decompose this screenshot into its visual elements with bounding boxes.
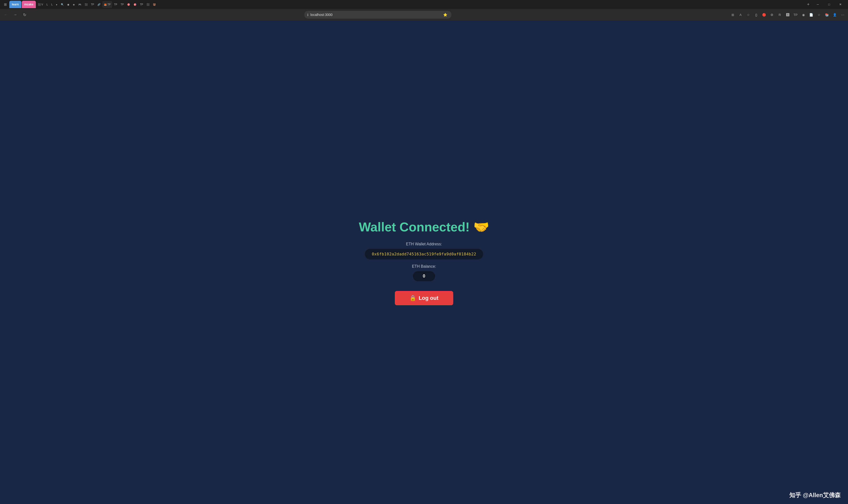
- address-bar-row: ← → ↻ ℹ localhost:3000 ⭐ ⊞ A ☆ {} 🔴 ⚙ R …: [0, 9, 848, 21]
- tab-other-18[interactable]: 🐻: [151, 1, 157, 8]
- reader-mode-icon[interactable]: 📄: [808, 11, 815, 18]
- ext-5[interactable]: ◉: [800, 11, 807, 18]
- watermark: 知乎 @Allen艾佛森: [789, 491, 841, 499]
- address-bar[interactable]: ℹ localhost:3000 ⭐: [304, 11, 451, 19]
- forward-button[interactable]: →: [11, 11, 19, 19]
- wallet-address-display: 0x6fb102a2dadd745163ac519fe9fa9d0af0184b…: [365, 249, 483, 259]
- ext-4[interactable]: 🅰: [784, 11, 791, 18]
- window-controls: ─ □ ✕: [812, 0, 846, 9]
- tab-other-15[interactable]: 🎯: [132, 1, 138, 8]
- browser-chrome: ⊞ learn mcake ⬛ V L L ▸ 🔍 ◉ ◈ 🎮 ⬛ TP 🔗 🦊…: [0, 0, 848, 21]
- logout-icon: 🔒: [410, 295, 416, 301]
- wallet-address-label: ETH Wallet Address:: [406, 242, 442, 246]
- tab-other-10[interactable]: TP: [90, 1, 96, 8]
- tab-mcake-label: mcake: [24, 3, 33, 6]
- toolbar-extensions: ⊞ A ☆ {} 🔴 ⚙ R 🅰 TP ◉ 📄 ☆ 📚 👤 ⋯: [729, 11, 846, 18]
- tab-bar: ⊞ learn mcake ⬛ V L L ▸ 🔍 ◉ ◈ 🎮 ⬛ TP 🔗 🦊…: [0, 0, 848, 9]
- split-view-icon[interactable]: ⊞: [729, 11, 736, 18]
- minimize-button[interactable]: ─: [812, 0, 824, 9]
- tab-other-9[interactable]: ⬛: [83, 1, 89, 8]
- tab-mcake[interactable]: mcake: [22, 1, 36, 8]
- tab-other-8[interactable]: 🎮: [77, 1, 83, 8]
- close-button[interactable]: ✕: [835, 0, 846, 9]
- balance-display: 0: [413, 271, 435, 281]
- browser-menu-icon[interactable]: ⊞: [2, 1, 9, 8]
- main-content: Wallet Connected! 🤝 ETH Wallet Address: …: [0, 21, 848, 504]
- tab-other-13[interactable]: TP: [119, 1, 125, 8]
- logout-label: Log out: [419, 295, 438, 301]
- tab-other-7[interactable]: ◈: [71, 1, 76, 8]
- tab-other-3[interactable]: L: [50, 1, 54, 8]
- ext-tp[interactable]: TP: [792, 11, 799, 18]
- tab-other-12[interactable]: TP: [113, 1, 119, 8]
- collections-icon[interactable]: 📚: [824, 11, 830, 18]
- watermark-text: 知乎 @Allen艾佛森: [789, 492, 841, 498]
- balance-label: ETH Balance:: [412, 264, 436, 269]
- profile-icon[interactable]: 👤: [831, 11, 838, 18]
- reload-button[interactable]: ↻: [21, 11, 29, 19]
- secure-icon: ℹ: [307, 13, 308, 17]
- tab-other-16[interactable]: TP: [138, 1, 145, 8]
- tab-other-17[interactable]: ⬛: [145, 1, 151, 8]
- tab-learn-label: learn: [12, 3, 19, 6]
- page-title: Wallet Connected! 🤝: [359, 220, 489, 235]
- bookmark-icon[interactable]: ☆: [745, 11, 752, 18]
- new-tab-button[interactable]: +: [805, 1, 812, 8]
- tab-other-4[interactable]: ▸: [55, 1, 59, 8]
- tab-other-14[interactable]: 🎯: [126, 1, 131, 8]
- tab-other-11[interactable]: 🔗: [96, 1, 102, 8]
- ext-2[interactable]: ⚙: [769, 11, 775, 18]
- code-icon[interactable]: {}: [753, 11, 760, 18]
- logout-button[interactable]: 🔒 Log out: [395, 291, 453, 305]
- title-text: Wallet Connected!: [359, 220, 470, 234]
- url-text: localhost:3000: [310, 13, 440, 17]
- back-button[interactable]: ←: [2, 11, 10, 19]
- ext-1[interactable]: 🔴: [761, 11, 768, 18]
- font-icon[interactable]: A: [737, 11, 744, 18]
- tab-other-1[interactable]: ⬛ V: [36, 1, 44, 8]
- tab-other-5[interactable]: 🔍: [59, 1, 65, 8]
- more-icon[interactable]: ⋯: [839, 11, 846, 18]
- maximize-button[interactable]: □: [824, 0, 835, 9]
- bookmark-icon[interactable]: ⭐: [442, 11, 449, 18]
- tab-active[interactable]: 🦊 TP: [102, 1, 112, 8]
- tab-other-6[interactable]: ◉: [66, 1, 71, 8]
- title-emoji: 🤝: [473, 220, 489, 234]
- tab-other-2[interactable]: L: [45, 1, 50, 8]
- ext-3[interactable]: R: [776, 11, 783, 18]
- favorites-icon[interactable]: ☆: [816, 11, 823, 18]
- tab-learn[interactable]: learn: [9, 1, 21, 8]
